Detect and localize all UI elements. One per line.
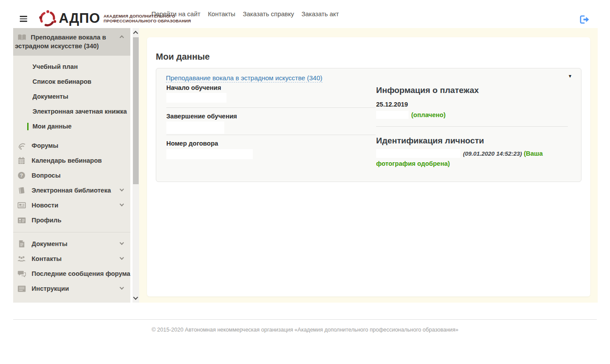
sidebar-item-questions[interactable]: ? Вопросы [13,168,130,183]
logo-abbr: АДПО [59,11,100,26]
news-icon [16,202,27,209]
instructions-icon [16,285,27,292]
app-page: АДПО АКАДЕМИЯ ДОПОЛНИТЕЛЬНОГО ПРОФЕССИОН… [0,0,610,364]
contacts-icon [16,255,27,262]
sidebar-item-contacts[interactable]: Контакты [13,251,130,266]
sidebar-item-news[interactable]: Новости [13,198,130,213]
section-divider [376,126,568,127]
my-data-card: Мои данные Преподавание вокала в эстрадн… [147,37,590,296]
menu-toggle-icon[interactable] [20,16,27,22]
top-nav: Перейти на сайт Контакты Заказать справк… [151,0,346,28]
sidebar-scrollbar[interactable] [133,28,139,303]
chat-icon [16,270,27,277]
nav-order-act[interactable]: Заказать акт [301,11,339,18]
identity-status-line: (09.01.2020 14:52:23) (Ваша фотография о… [376,149,568,168]
logo-emblem-icon [39,10,56,27]
sidebar-item-forums[interactable]: Форумы [13,138,130,153]
identity-timestamp: (09.01.2020 14:52:23) [463,150,522,157]
scroll-up-icon[interactable] [133,31,138,36]
open-book-icon [17,34,27,41]
program-submenu: Учебный план Список вебинаров Документы … [13,56,130,138]
identity-heading: Идентификация личности [376,136,568,146]
chevron-down-icon [120,187,124,192]
sidebar-item-documents-sub[interactable]: Документы [13,89,130,104]
sidebar-item-instructions[interactable]: Инструкции [13,281,130,296]
field-divider [166,107,376,108]
nav-go-to-site[interactable]: Перейти на сайт [151,11,201,18]
nav-contacts[interactable]: Контакты [208,11,236,18]
sidebar-item-my-data[interactable]: Мои данные [13,119,130,134]
training-fields-column: Начало обучения Завершение обучения Номе… [156,82,376,168]
profile-card-icon [16,217,27,224]
calendar-icon [16,157,27,164]
payments-heading: Информация о платежах [376,86,568,95]
redacted-value [166,93,226,103]
sidebar-item-gradebook[interactable]: Электронная зачетная книжка [13,104,130,119]
sidebar-item-e-library[interactable]: Электронная библиотека [13,183,130,198]
sidebar-item-curriculum[interactable]: Учебный план [13,59,130,74]
scroll-down-icon[interactable] [133,295,138,300]
collapse-caret-icon[interactable]: ▼ [568,74,572,79]
sidebar-item-label: Преподавание вокала в эстрадном искусств… [15,34,106,50]
logout-icon[interactable] [579,15,590,24]
payments-identity-column: Информация о платежах 25.12.2019 (оплаче… [376,82,581,168]
redacted-value [166,149,253,159]
chevron-down-icon [120,241,124,245]
chevron-down-icon [120,256,124,260]
forum-waves-icon [16,142,27,150]
document-icon [16,240,27,248]
field-label-start: Начало обучения [166,85,376,91]
question-icon: ? [16,171,27,179]
main-area: Мои данные Преподавание вокала в эстрадн… [139,28,598,303]
page-title: Мои данные [156,50,581,63]
nav-order-certificate[interactable]: Заказать справку [243,11,294,18]
sidebar-divider [13,232,130,232]
field-label-end: Завершение обучения [166,113,376,120]
payment-date: 25.12.2019 [376,101,568,108]
top-header: АДПО АКАДЕМИЯ ДОПОЛНИТЕЛЬНОГО ПРОФЕССИОН… [0,0,610,28]
footer-divider [13,319,597,320]
field-label-contract: Номер договора [166,140,376,147]
redacted-value [376,149,460,158]
payment-status: (оплачено) [411,111,445,118]
redacted-value [376,111,409,119]
sidebar-item-webinar-calendar[interactable]: Календарь вебинаров [13,153,130,168]
chevron-down-icon [120,285,124,290]
scrollbar-thumb[interactable] [133,37,139,184]
library-icon [16,186,27,194]
chevron-down-icon [120,202,124,207]
program-link[interactable]: Преподавание вокала в эстрадном искусств… [166,74,323,82]
redacted-value [166,121,224,134]
sidebar-item-profile[interactable]: Профиль [13,213,130,228]
sidebar-item-documents[interactable]: Документы [13,236,130,251]
sidebar: Преподавание вокала в эстрадном искусств… [13,28,130,303]
svg-text:?: ? [20,173,23,178]
program-panel: Преподавание вокала в эстрадном искусств… [156,68,581,182]
sidebar-item-webinar-list[interactable]: Список вебинаров [13,74,130,89]
chevron-up-icon [120,36,124,40]
field-divider [166,135,376,135]
footer-copyright: © 2015-2020 Автономная некоммерческая ор… [0,327,610,333]
active-indicator [27,123,29,130]
sidebar-item-program[interactable]: Преподавание вокала в эстрадном искусств… [13,28,130,56]
sidebar-item-latest-forum-posts[interactable]: Последние сообщения форума [13,266,130,281]
